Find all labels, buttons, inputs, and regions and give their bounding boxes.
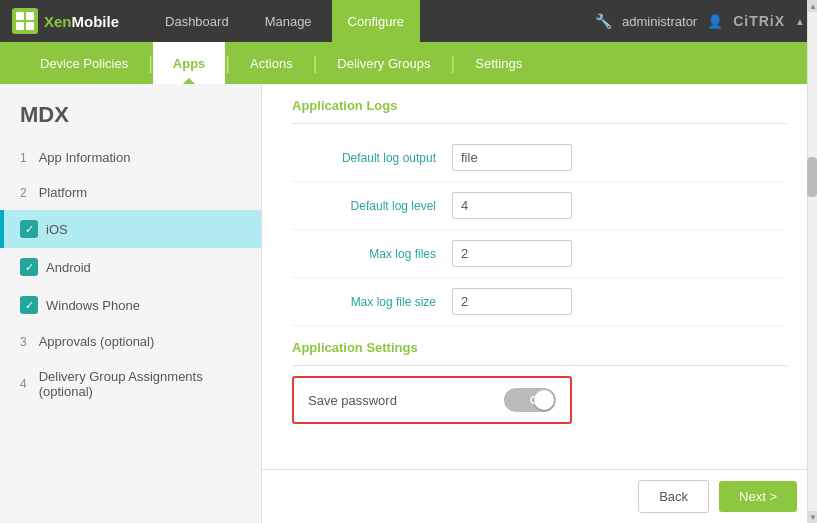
sidebar-label-delivery-group: Delivery Group Assignments (optional) xyxy=(39,369,241,399)
sidebar-title: MDX xyxy=(0,94,261,140)
sidebar-num-1: 1 xyxy=(20,151,27,165)
sidebar-num-4: 4 xyxy=(20,377,27,391)
scrollbar-thumb[interactable] xyxy=(807,157,817,197)
wrench-icon: 🔧 xyxy=(595,13,612,29)
sidebar-label-platform: Platform xyxy=(39,185,87,200)
input-default-log-level[interactable] xyxy=(452,192,572,219)
save-password-toggle[interactable]: OFF xyxy=(504,388,556,412)
nav-manage[interactable]: Manage xyxy=(249,0,328,42)
sub-navigation: Device Policies | Apps | Actions | Deliv… xyxy=(0,42,817,84)
sidebar-item-ios[interactable]: ✓ iOS xyxy=(0,210,261,248)
sidebar-label-approvals: Approvals (optional) xyxy=(39,334,155,349)
scrollbar-track: ▲ ▼ xyxy=(807,0,817,523)
sidebar-item-android[interactable]: ✓ Android xyxy=(0,248,261,286)
sidebar-num-3: 3 xyxy=(20,335,27,349)
input-default-log-output[interactable] xyxy=(452,144,572,171)
subnav-device-policies[interactable]: Device Policies xyxy=(20,42,148,84)
app-settings-section-title: Application Settings xyxy=(292,326,787,366)
save-password-row: Save password OFF xyxy=(292,376,572,424)
nav-configure[interactable]: Configure xyxy=(332,0,420,42)
logo-text: XenMobile xyxy=(44,13,119,30)
sidebar-label-app-information: App Information xyxy=(39,150,131,165)
scroll-up-arrow[interactable]: ▲ xyxy=(808,0,817,12)
sidebar-label-android: Android xyxy=(46,260,91,275)
main-layout: MDX 1 App Information 2 Platform ✓ iOS ✓… xyxy=(0,84,817,523)
scroll-up-icon[interactable]: ▲ xyxy=(795,16,805,27)
label-default-log-output: Default log output xyxy=(292,151,452,165)
sidebar-item-approvals[interactable]: 3 Approvals (optional) xyxy=(0,324,261,359)
sidebar-item-platform[interactable]: 2 Platform xyxy=(0,175,261,210)
content-area: Application Logs Default log output Defa… xyxy=(262,84,817,523)
input-max-log-file-size[interactable] xyxy=(452,288,572,315)
label-default-log-level: Default log level xyxy=(292,199,452,213)
toggle-knob xyxy=(534,390,554,410)
subnav-actions[interactable]: Actions xyxy=(230,42,313,84)
scroll-down-arrow[interactable]: ▼ xyxy=(808,511,817,523)
sidebar-item-delivery-group[interactable]: 4 Delivery Group Assignments (optional) xyxy=(0,359,261,409)
footer: Back Next > xyxy=(262,469,817,523)
ios-check-icon: ✓ xyxy=(20,220,38,238)
input-max-log-files[interactable] xyxy=(452,240,572,267)
sidebar-item-windows-phone[interactable]: ✓ Windows Phone xyxy=(0,286,261,324)
form-row-max-log-files: Max log files xyxy=(292,230,787,278)
sidebar-item-app-information[interactable]: 1 App Information xyxy=(0,140,261,175)
back-button[interactable]: Back xyxy=(638,480,709,513)
next-button[interactable]: Next > xyxy=(719,481,797,512)
user-icon: 👤 xyxy=(707,14,723,29)
form-row-default-log-level: Default log level xyxy=(292,182,787,230)
subnav-apps[interactable]: Apps xyxy=(153,42,226,84)
android-check-icon: ✓ xyxy=(20,258,38,276)
nav-dashboard[interactable]: Dashboard xyxy=(149,0,245,42)
form-row-default-log-output: Default log output xyxy=(292,134,787,182)
sidebar-num-2: 2 xyxy=(20,186,27,200)
top-navigation: XenMobile Dashboard Manage Configure 🔧 a… xyxy=(0,0,817,42)
label-max-log-files: Max log files xyxy=(292,247,452,261)
xenmobile-logo-icon xyxy=(12,8,38,34)
save-password-label: Save password xyxy=(308,393,494,408)
admin-label: administrator xyxy=(622,14,697,29)
sidebar: MDX 1 App Information 2 Platform ✓ iOS ✓… xyxy=(0,84,262,523)
sidebar-label-ios: iOS xyxy=(46,222,68,237)
app-logs-section-title: Application Logs xyxy=(292,84,787,124)
windows-phone-check-icon: ✓ xyxy=(20,296,38,314)
nav-right: 🔧 administrator 👤 CiTRiX ▲ xyxy=(595,13,805,29)
logo-area: XenMobile xyxy=(12,8,119,34)
subnav-delivery-groups[interactable]: Delivery Groups xyxy=(317,42,450,84)
nav-items: Dashboard Manage Configure xyxy=(149,0,595,42)
sidebar-label-windows-phone: Windows Phone xyxy=(46,298,140,313)
label-max-log-file-size: Max log file size xyxy=(292,295,452,309)
form-row-max-log-file-size: Max log file size xyxy=(292,278,787,326)
citrix-logo: CiTRiX xyxy=(733,13,785,29)
subnav-settings[interactable]: Settings xyxy=(455,42,542,84)
